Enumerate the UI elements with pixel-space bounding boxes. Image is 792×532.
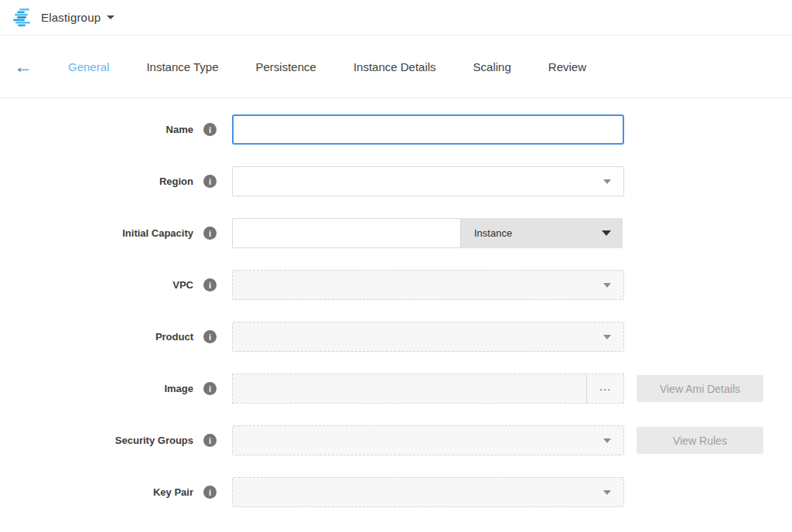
name-row: Name i — [0, 114, 792, 145]
tab-review[interactable]: Review — [548, 60, 586, 73]
app-title: Elastigroup — [41, 11, 101, 24]
wizard-tab-bar: ← General Instance Type Persistence Inst… — [0, 36, 792, 98]
region-select[interactable] — [232, 166, 624, 196]
chevron-down-icon — [602, 230, 611, 236]
info-icon[interactable]: i — [203, 227, 217, 240]
info-icon[interactable]: i — [203, 382, 217, 395]
chevron-down-icon — [603, 283, 611, 288]
image-label: Image — [164, 383, 193, 394]
chevron-down-icon — [603, 490, 611, 495]
key-pair-label: Key Pair — [153, 486, 193, 498]
tab-persistence[interactable]: Persistence — [256, 60, 316, 73]
chevron-down-icon — [107, 15, 114, 19]
vpc-label: VPC — [172, 279, 193, 291]
name-input[interactable] — [232, 114, 624, 145]
info-icon[interactable]: i — [203, 486, 217, 499]
name-label: Name — [166, 124, 193, 135]
info-icon[interactable]: i — [203, 123, 217, 136]
vpc-row: VPC i — [0, 270, 792, 300]
vpc-select — [232, 270, 624, 300]
security-groups-select — [232, 425, 624, 455]
back-arrow-icon[interactable]: ← — [14, 57, 46, 76]
info-icon[interactable]: i — [203, 175, 217, 188]
product-label: Product — [155, 331, 193, 343]
tab-general[interactable]: General — [68, 60, 109, 73]
view-ami-details-button[interactable]: View Ami Details — [637, 375, 763, 402]
capacity-unit-select[interactable]: Instance — [461, 218, 623, 248]
tab-scaling[interactable]: Scaling — [473, 60, 511, 73]
capacity-unit-value: Instance — [474, 227, 512, 239]
chevron-down-icon — [603, 179, 611, 184]
initial-capacity-row: Initial Capacity i Instance — [0, 218, 792, 248]
view-rules-button[interactable]: View Rules — [637, 427, 763, 454]
top-bar: Elastigroup — [0, 0, 792, 36]
tab-instance-details[interactable]: Instance Details — [353, 60, 436, 73]
image-browse-button[interactable]: ... — [586, 374, 623, 403]
general-form: Name i Region i Initial Capacity i — [0, 98, 792, 507]
elastigroup-menu-trigger[interactable]: Elastigroup — [12, 9, 114, 26]
key-pair-row: Key Pair i — [0, 477, 792, 507]
key-pair-select — [232, 477, 624, 507]
initial-capacity-label: Initial Capacity — [122, 227, 193, 239]
chevron-down-icon — [603, 438, 611, 443]
info-icon[interactable]: i — [203, 278, 217, 292]
product-select — [232, 322, 624, 352]
initial-capacity-input[interactable] — [232, 218, 461, 248]
product-row: Product i — [0, 322, 792, 352]
elastigroup-logo-icon — [12, 9, 33, 26]
tab-instance-type[interactable]: Instance Type — [146, 60, 218, 73]
security-groups-row: Security Groups i View Rules — [0, 425, 792, 455]
chevron-down-icon — [603, 335, 611, 339]
image-row: Image i ... View Ami Details — [0, 373, 792, 404]
info-icon[interactable]: i — [203, 330, 217, 343]
security-groups-label: Security Groups — [115, 435, 193, 446]
wizard-tabs: General Instance Type Persistence Instan… — [68, 60, 586, 73]
region-row: Region i — [0, 166, 792, 196]
image-input: ... — [232, 373, 624, 404]
info-icon[interactable]: i — [203, 434, 217, 447]
region-label: Region — [159, 176, 193, 187]
